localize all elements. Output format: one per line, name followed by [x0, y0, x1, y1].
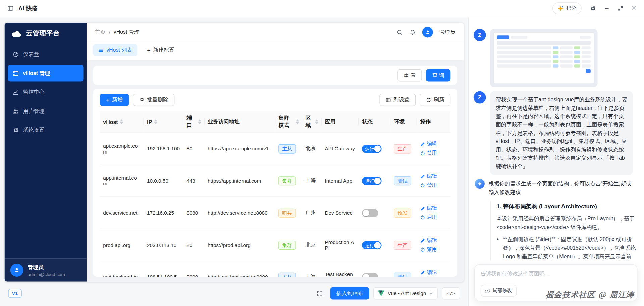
- close-icon[interactable]: [631, 6, 637, 11]
- toggle-status-link[interactable]: 启用: [420, 214, 447, 221]
- tab-vhost-list[interactable]: vHost 列表: [93, 44, 137, 56]
- sparkle-icon: [558, 6, 564, 11]
- doc-bullet-sider: **左侧侧边栏 (Sider)**：固定宽度（默认 200px 或可折叠），深色…: [503, 235, 637, 260]
- chat-message-attachment: Z: [474, 29, 638, 87]
- toggle-status-link[interactable]: 禁用: [420, 182, 447, 189]
- sidebar-user[interactable]: 管理员 admin@cloud.com: [4, 258, 87, 282]
- cell-region: 北京: [302, 133, 322, 165]
- sort-icon[interactable]: [120, 119, 123, 124]
- env-tag: 预发: [394, 208, 411, 217]
- status-toggle[interactable]: 运行: [362, 241, 382, 249]
- user-avatar: Z: [474, 91, 486, 104]
- add-button[interactable]: +新增: [100, 94, 129, 106]
- view-code-button[interactable]: </>: [442, 287, 460, 300]
- edit-icon: [420, 142, 425, 147]
- framework-select[interactable]: Vue - Ant Design: [373, 287, 438, 300]
- sort-icon[interactable]: [315, 119, 318, 124]
- status-toggle[interactable]: 运行: [362, 177, 382, 185]
- edit-link[interactable]: 编辑: [420, 237, 447, 244]
- filter-card: 重 置 查 询: [93, 66, 457, 85]
- edit-link[interactable]: 编辑: [420, 205, 447, 212]
- column-header-region[interactable]: 区域: [302, 111, 322, 133]
- tab-new-config[interactable]: + 新建配置: [147, 46, 174, 54]
- table-row: dev.service.net 172.16.0.25 8080 http://…: [100, 197, 451, 229]
- status-toggle[interactable]: [362, 273, 378, 277]
- cell-ip: 198.51.100.5: [144, 261, 183, 277]
- cluster-tag: 集群: [278, 241, 296, 250]
- sidebar-item-settings[interactable]: 系统设置: [8, 122, 83, 138]
- cell-ip: 10.0.0.50: [144, 165, 183, 197]
- cell-region: 上海: [302, 165, 322, 197]
- app-main: 首页 / vHost 管理 管理员: [87, 23, 464, 281]
- cell-cluster: 主从: [275, 261, 302, 277]
- trash-icon: [139, 97, 145, 103]
- cell-app: API Gateway: [322, 133, 359, 165]
- reset-button[interactable]: 重 置: [397, 69, 422, 82]
- vhost-table: vHost IP 端口 业务访问地址 集群模式 区域 应用 状态 环境: [100, 111, 451, 277]
- cell-port: 80: [183, 133, 204, 165]
- insert-to-canvas-button[interactable]: 插入到画布: [330, 287, 369, 300]
- sort-icon[interactable]: [198, 119, 201, 124]
- sidebar-item-vhost[interactable]: vHost 管理: [8, 65, 83, 81]
- edit-link[interactable]: 编辑: [420, 141, 447, 148]
- cell-vhost: dev.service.net: [100, 197, 144, 229]
- chat-panel: Z Z 帮我实现一个基于ant-design-vu: [468, 17, 644, 306]
- chat-screenshot-thumbnail[interactable]: [490, 29, 598, 87]
- column-header-app: 应用: [322, 111, 359, 133]
- user-avatar: [10, 264, 23, 277]
- partial-edit-button[interactable]: 局部修改: [481, 285, 517, 297]
- column-settings-button[interactable]: 列设置: [379, 94, 416, 106]
- sidebar-item-monitor[interactable]: 监控中心: [8, 84, 83, 100]
- sidebar-item-users[interactable]: 用户管理: [8, 103, 83, 119]
- window-title-bar: AI 快搭 积分: [0, 0, 644, 17]
- table-row: api.example.com 192.168.1.100 80 https:/…: [100, 133, 451, 165]
- chat-input[interactable]: [481, 271, 631, 277]
- cell-ip: 203.0.113.10: [144, 229, 183, 261]
- breadcrumb-home[interactable]: 首页: [95, 28, 106, 36]
- bell-icon[interactable]: [410, 29, 416, 35]
- header-avatar[interactable]: [422, 27, 433, 38]
- column-header-ip[interactable]: IP: [144, 111, 183, 133]
- sidebar-item-dashboard[interactable]: 仪表盘: [8, 46, 83, 62]
- generated-app-preview: 云管理平台 仪表盘 vHost 管理 监控中心: [4, 22, 464, 282]
- column-header-vhost[interactable]: vHost: [100, 111, 144, 133]
- column-header-cluster[interactable]: 集群模式: [275, 111, 302, 133]
- sort-icon[interactable]: [296, 119, 299, 124]
- cluster-tag: 集群: [278, 176, 296, 185]
- sidebar-user-email: admin@cloud.com: [28, 272, 65, 277]
- chat-input-card: 局部修改: [474, 264, 637, 301]
- batch-delete-button[interactable]: 批量删除: [133, 94, 174, 106]
- header-username: 管理员: [439, 28, 455, 36]
- cell-vhost: app.internal.com: [100, 165, 144, 197]
- search-icon[interactable]: [397, 29, 403, 35]
- minimize-icon[interactable]: [604, 6, 609, 11]
- edit-link[interactable]: 编辑: [420, 269, 447, 276]
- monitor-icon: [13, 89, 19, 95]
- column-header-port[interactable]: 端口: [183, 111, 204, 133]
- version-badge[interactable]: V1: [8, 289, 21, 298]
- status-toggle[interactable]: [362, 209, 378, 217]
- sidebar-toggle-icon[interactable]: [7, 5, 13, 11]
- breadcrumb: 首页 / vHost 管理: [95, 28, 140, 36]
- sort-icon[interactable]: [154, 119, 157, 124]
- cell-url: http://dev.service.net:8080: [204, 197, 275, 229]
- points-button[interactable]: 积分: [552, 2, 582, 14]
- page-content: 重 置 查 询 +新增 批量删除 列设置: [87, 61, 464, 282]
- refresh-button[interactable]: 刷新: [420, 94, 450, 106]
- app-logo: 云管理平台: [4, 23, 87, 43]
- columns-icon: [386, 97, 391, 103]
- cell-region: 广州: [302, 197, 322, 229]
- sidebar-item-label: 用户管理: [23, 107, 45, 115]
- toggle-status-link[interactable]: 禁用: [420, 246, 447, 253]
- maximize-icon[interactable]: [618, 6, 623, 11]
- query-button[interactable]: 查 询: [426, 69, 450, 82]
- status-toggle[interactable]: 运行: [362, 144, 382, 152]
- gear-icon[interactable]: [590, 5, 596, 11]
- toggle-status-link[interactable]: 禁用: [420, 150, 447, 157]
- edit-link[interactable]: 编辑: [420, 173, 447, 180]
- cell-env: 测试: [391, 165, 417, 197]
- expand-icon[interactable]: [314, 287, 326, 300]
- cell-app: Production API: [322, 229, 359, 261]
- sidebar-item-label: 系统设置: [23, 126, 45, 134]
- doc-list: **左侧侧边栏 (Sider)**：固定宽度（默认 200px 或可折叠），深色…: [496, 235, 637, 260]
